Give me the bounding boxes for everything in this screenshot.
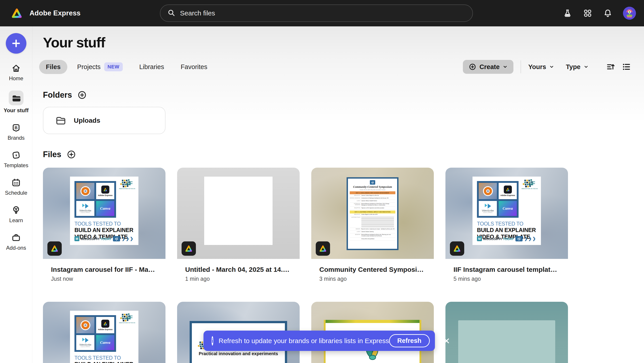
file-card-symposium[interactable]: rji Community-Centered Symposium October… xyxy=(311,168,434,290)
search-icon xyxy=(168,9,175,17)
doc-row: LIGHTNING TALKS xyxy=(350,216,395,228)
brands-icon: B xyxy=(11,122,21,133)
videoscribe-logo: VideoScribe created by SPARKOL xyxy=(479,201,497,216)
topbar-actions xyxy=(562,0,636,26)
folder-icon xyxy=(9,90,24,105)
adobe-express-badge xyxy=(48,241,62,256)
adobe-express-mini-logo: Adobe Express xyxy=(499,183,517,199)
create-new-fab-button[interactable] xyxy=(6,33,26,54)
blank-page-thumbnail xyxy=(204,177,272,245)
refresh-button[interactable]: Refresh xyxy=(389,334,430,347)
list-view-button[interactable] xyxy=(621,62,632,72)
file-thumbnail xyxy=(446,302,568,363)
file-thumbnail: Adobe Express VideoScribe created by SPA… xyxy=(43,168,166,259)
file-timestamp: 5 mins ago xyxy=(454,276,560,282)
mississippi-today-logo: M MISSISSIPPI TODAY xyxy=(74,236,111,241)
search-input[interactable] xyxy=(180,9,465,17)
sidebar-item-home[interactable]: Home xyxy=(9,63,23,82)
rji-logo: rji xyxy=(370,180,375,185)
file-card-partial[interactable]: Adobe Express VideoScribe created by SPA… xyxy=(43,302,166,363)
chevron-down-icon xyxy=(503,64,508,69)
folders-heading: Folders xyxy=(43,90,72,100)
doc-row: AFTERNOON SESSIONSMentors/Mentees facili… xyxy=(350,203,395,207)
uploads-folder-label: Uploads xyxy=(74,117,100,124)
doc-row: LUNCHCatered: Eclipse Catering xyxy=(350,231,395,233)
carousel-thumbnail: Adobe Express VideoScribe created by SPA… xyxy=(70,177,138,245)
file-card-partial[interactable] xyxy=(446,302,568,363)
apps-grid-button[interactable] xyxy=(583,8,592,18)
canva-logo: Canva xyxy=(96,335,114,350)
close-icon[interactable] xyxy=(443,337,450,345)
blender-logo xyxy=(479,183,497,199)
file-thumbnail: Adobe Express VideoScribe created by SPA… xyxy=(43,302,166,363)
sidebar-item-label: Home xyxy=(9,75,23,82)
app-brand[interactable]: Adobe Express xyxy=(10,7,80,19)
labs-flask-button[interactable] xyxy=(562,8,572,18)
sidebar-item-schedule[interactable]: Schedule xyxy=(5,177,27,196)
adobe-express-app: Adobe Express xyxy=(0,0,644,363)
app-body: Home Your stuff B Brand xyxy=(0,26,644,363)
sidebar-item-templates[interactable]: Templates xyxy=(4,150,28,169)
adobe-express-badge xyxy=(316,241,330,256)
tab-projects[interactable]: Projects NEW xyxy=(70,59,130,75)
lightbulb-icon xyxy=(11,205,21,215)
file-card-untitled[interactable]: Untitled - March 04, 2025 at 14.1… 1 min… xyxy=(177,168,300,290)
search-bar[interactable] xyxy=(160,4,473,22)
sidebar-item-label: Your stuff xyxy=(4,107,28,114)
toolbar-divider xyxy=(520,60,521,73)
tab-files[interactable]: Files xyxy=(39,60,67,74)
file-thumbnail: rji Community-Centered Symposium October… xyxy=(311,168,434,259)
doc-row: BREAKFASTGolden Bagels & coffee bar at R… xyxy=(350,213,395,216)
files-section-header: Files xyxy=(43,150,644,159)
adobe-express-badge xyxy=(450,241,464,256)
arrows-glyph: ❯❯❯ xyxy=(122,236,134,241)
tab-libraries[interactable]: Libraries xyxy=(132,60,171,74)
files-heading: Files xyxy=(43,150,61,159)
type-filter-dropdown[interactable]: Type xyxy=(566,63,588,71)
innovation-subtitle: Practical innovation and experiments xyxy=(199,351,278,356)
file-card-iif-template[interactable]: Adobe Express VideoScribe created by SPA… xyxy=(446,168,568,290)
iif-logo: &F INNOVATION IN FOCUS xyxy=(119,180,135,189)
doc-row: RECEPTIONTaproom on 9th: Appetizers and … xyxy=(350,207,395,209)
svg-text:B: B xyxy=(14,125,18,130)
notifications-bell-button[interactable] xyxy=(603,8,613,18)
add-file-button[interactable] xyxy=(67,150,76,159)
carousel-footer: M MISSISSIPPI TODAY rji ❯❯❯ xyxy=(74,236,134,241)
iif-logo: &F INNOVATION IN FOCUS xyxy=(119,314,135,324)
sidebar: Home Your stuff B Brand xyxy=(0,26,32,363)
file-timestamp: 1 min ago xyxy=(185,276,292,282)
doc-row: LUNCHCatered: Abbey's Swahili Kitchen xyxy=(350,200,395,203)
home-icon xyxy=(11,63,21,73)
rji-logo: rji xyxy=(113,236,120,241)
chevron-down-icon xyxy=(549,64,554,69)
tool-logo-grid: Adobe Express VideoScribe created by SPA… xyxy=(74,181,116,218)
doc-row: MORNING SESSIONSIntroductions & Challeng… xyxy=(350,197,395,200)
sidebar-item-add-ons[interactable]: Add-ons xyxy=(6,232,26,251)
sidebar-item-label: Learn xyxy=(9,217,23,224)
tool-logo-grid: Adobe Express VideoScribe created by SPA… xyxy=(74,315,116,352)
sidebar-item-your-stuff[interactable]: Your stuff xyxy=(4,90,28,114)
sidebar-item-learn[interactable]: Learn xyxy=(9,205,23,224)
list-view-icon xyxy=(622,62,631,71)
tab-favorites[interactable]: Favorites xyxy=(174,60,214,74)
file-timestamp: Just now xyxy=(51,276,158,282)
sidebar-item-brands[interactable]: B Brands xyxy=(8,122,24,141)
file-card-instagram-carousel[interactable]: Adobe Express VideoScribe created by SPA… xyxy=(43,168,166,290)
file-thumbnail xyxy=(177,168,300,259)
sort-button[interactable] xyxy=(606,62,616,72)
file-meta: Community Centered Symposium 3 mins ago xyxy=(311,259,434,290)
iif-logo: &F INNOVATION IN FOCUS xyxy=(522,180,538,189)
create-button[interactable]: Create xyxy=(463,60,514,74)
add-folder-button[interactable] xyxy=(77,90,87,100)
topbar: Adobe Express xyxy=(0,0,644,26)
list-toolbar: Create Yours Type xyxy=(463,60,632,74)
uploads-folder-card[interactable]: Uploads xyxy=(43,107,166,134)
text-skeleton xyxy=(361,217,394,227)
yours-filter-dropdown[interactable]: Yours xyxy=(528,63,554,71)
account-avatar[interactable] xyxy=(623,7,636,20)
calendar-icon xyxy=(11,177,21,188)
file-meta: IIF Instagram carousel template … 5 mins… xyxy=(446,259,568,290)
file-title: Untitled - March 04, 2025 at 14.1… xyxy=(185,266,292,273)
file-title: Instagram carousel for IIF - Marc… xyxy=(51,266,158,273)
chevron-down-icon xyxy=(584,64,588,69)
